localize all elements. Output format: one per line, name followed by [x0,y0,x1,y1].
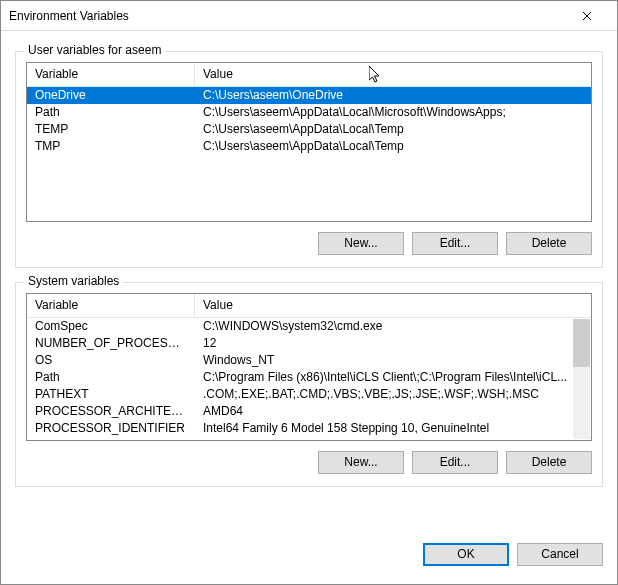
titlebar: Environment Variables [1,1,617,31]
dialog-body: User variables for aseem Variable Value … [1,31,617,537]
col-value-header[interactable]: Value [195,294,591,317]
variable-value-cell: C:\Program Files (x86)\Intel\iCLS Client… [195,369,591,386]
system-variables-legend: System variables [24,274,123,288]
variable-value-cell: Intel64 Family 6 Model 158 Stepping 10, … [195,420,591,437]
variable-name-cell: Path [27,369,195,386]
col-value-header[interactable]: Value [195,63,591,86]
variable-name-cell: OneDrive [27,87,195,104]
variable-value-cell: C:\WINDOWS\system32\cmd.exe [195,318,591,335]
system-variables-list[interactable]: Variable Value ComSpecC:\WINDOWS\system3… [26,293,592,441]
user-list-header: Variable Value [27,63,591,87]
user-buttons-row: New... Edit... Delete [26,232,592,255]
table-row[interactable]: TMPC:\Users\aseem\AppData\Local\Temp [27,138,591,155]
table-row[interactable]: PROCESSOR_ARCHITECTUREAMD64 [27,403,591,420]
table-row[interactable]: PathC:\Users\aseem\AppData\Local\Microso… [27,104,591,121]
table-row[interactable]: PATHEXT.COM;.EXE;.BAT;.CMD;.VBS;.VBE;.JS… [27,386,591,403]
variable-name-cell: OS [27,352,195,369]
variable-value-cell: C:\Users\aseem\AppData\Local\Temp [195,121,591,138]
variable-name-cell: TMP [27,138,195,155]
variable-name-cell: PATHEXT [27,386,195,403]
variable-value-cell: .COM;.EXE;.BAT;.CMD;.VBS;.VBE;.JS;.JSE;.… [195,386,591,403]
system-list-body: ComSpecC:\WINDOWS\system32\cmd.exeNUMBER… [27,318,591,437]
variable-name-cell: PROCESSOR_ARCHITECTURE [27,403,195,420]
table-row[interactable]: OneDriveC:\Users\aseem\OneDrive [27,87,591,104]
table-row[interactable]: OSWindows_NT [27,352,591,369]
system-list-header: Variable Value [27,294,591,318]
variable-name-cell: TEMP [27,121,195,138]
system-new-button[interactable]: New... [318,451,404,474]
variable-name-cell: PROCESSOR_IDENTIFIER [27,420,195,437]
ok-button[interactable]: OK [423,543,509,566]
environment-variables-dialog: Environment Variables User variables for… [0,0,618,585]
variable-name-cell: NUMBER_OF_PROCESSORS [27,335,195,352]
user-edit-button[interactable]: Edit... [412,232,498,255]
system-variables-group: System variables Variable Value ComSpecC… [15,282,603,487]
scrollbar-thumb[interactable] [573,319,590,367]
user-variables-legend: User variables for aseem [24,43,165,57]
dialog-footer: OK Cancel [1,537,617,584]
table-row[interactable]: PROCESSOR_IDENTIFIERIntel64 Family 6 Mod… [27,420,591,437]
system-list-scrollbar[interactable] [573,319,590,439]
system-edit-button[interactable]: Edit... [412,451,498,474]
table-row[interactable]: PathC:\Program Files (x86)\Intel\iCLS Cl… [27,369,591,386]
variable-value-cell: Windows_NT [195,352,591,369]
col-variable-header[interactable]: Variable [27,294,195,317]
variable-value-cell: C:\Users\aseem\AppData\Local\Temp [195,138,591,155]
variable-value-cell: AMD64 [195,403,591,420]
table-row[interactable]: ComSpecC:\WINDOWS\system32\cmd.exe [27,318,591,335]
close-button[interactable] [564,2,609,30]
variable-value-cell: C:\Users\aseem\AppData\Local\Microsoft\W… [195,104,591,121]
variable-name-cell: Path [27,104,195,121]
user-delete-button[interactable]: Delete [506,232,592,255]
user-list-body: OneDriveC:\Users\aseem\OneDrivePathC:\Us… [27,87,591,155]
user-variables-group: User variables for aseem Variable Value … [15,51,603,268]
col-variable-header[interactable]: Variable [27,63,195,86]
cancel-button[interactable]: Cancel [517,543,603,566]
user-new-button[interactable]: New... [318,232,404,255]
system-buttons-row: New... Edit... Delete [26,451,592,474]
user-variables-list[interactable]: Variable Value OneDriveC:\Users\aseem\On… [26,62,592,222]
variable-name-cell: ComSpec [27,318,195,335]
variable-value-cell: C:\Users\aseem\OneDrive [195,87,591,104]
variable-value-cell: 12 [195,335,591,352]
titlebar-title: Environment Variables [9,9,564,23]
table-row[interactable]: NUMBER_OF_PROCESSORS12 [27,335,591,352]
system-delete-button[interactable]: Delete [506,451,592,474]
close-icon [582,11,592,21]
table-row[interactable]: TEMPC:\Users\aseem\AppData\Local\Temp [27,121,591,138]
